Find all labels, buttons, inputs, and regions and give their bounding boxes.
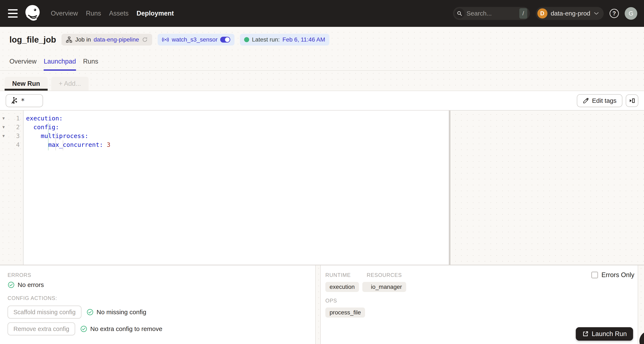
job-in-label: Job in — [75, 36, 91, 43]
editor-gutter: ▾1▾2▾34 — [0, 110, 24, 265]
expand-right-panel-icon — [629, 97, 636, 104]
launchpad-page: { "header": { "nav": ["Overview", "Runs"… — [0, 0, 644, 344]
pencil-icon — [583, 97, 589, 104]
primary-navigation: Overview Runs Assets Deployment — [51, 10, 174, 17]
errors-only-checkbox[interactable] — [591, 272, 598, 278]
config-schema-pane — [450, 110, 644, 265]
launch-icon — [582, 331, 589, 337]
indent-guide — [48, 123, 48, 150]
latest-run-pill: Latest run: Feb 6, 11:46 AM — [240, 34, 329, 45]
edit-tags-label: Edit tags — [592, 97, 616, 104]
no-missing-config-row: No missing config — [86, 309, 146, 316]
no-errors-text: No errors — [18, 281, 44, 288]
help-icon[interactable]: ? — [610, 9, 619, 18]
resource-tag[interactable]: io_manager — [367, 282, 406, 292]
launchpad-config-tabs: New Run + Add... — [0, 71, 644, 91]
job-graph-icon — [66, 36, 72, 43]
reload-icon[interactable] — [142, 36, 148, 43]
sensor-link[interactable]: watch_s3_sensor — [172, 36, 218, 43]
ops-label: OPS — [325, 298, 365, 304]
no-extra-config-row: No extra config to remove — [80, 325, 162, 333]
check-circle-icon — [86, 309, 94, 316]
no-errors-row: No errors — [8, 281, 44, 288]
line-number: 2 — [7, 124, 23, 131]
check-circle-icon — [80, 325, 87, 333]
editor-splitter[interactable] — [449, 110, 450, 265]
user-avatar[interactable]: G — [625, 7, 637, 20]
no-extra-config-text: No extra config to remove — [90, 325, 162, 333]
config-actions-label: CONFIG ACTIONS: — [8, 295, 57, 301]
pipeline-link[interactable]: data-eng-pipeline — [94, 36, 139, 43]
check-circle-icon — [8, 281, 15, 288]
op-graph-icon — [10, 97, 18, 105]
top-app-bar: Overview Runs Assets Deployment / D data… — [0, 0, 644, 27]
fold-arrow-icon[interactable]: ▾ — [0, 133, 7, 139]
remove-extra-config-button[interactable]: Remove extra config — [8, 323, 75, 336]
runtime-tag[interactable]: execution — [325, 282, 359, 292]
latest-run-label: Latest run: — [252, 36, 280, 43]
bottom-panel: ERRORS No errors CONFIG ACTIONS: Scaffol… — [0, 265, 644, 344]
nav-overview[interactable]: Overview — [51, 10, 78, 17]
scrollbar-track[interactable] — [638, 265, 644, 344]
chevron-down-icon — [594, 11, 599, 15]
op-tag[interactable]: process_file — [325, 308, 365, 318]
errors-section-label: ERRORS — [8, 272, 31, 278]
no-missing-config-text: No missing config — [96, 309, 146, 316]
code-line[interactable]: multiprocess: — [24, 131, 449, 140]
expand-panel-button[interactable] — [626, 94, 638, 107]
latest-run-link[interactable]: Feb 6, 11:46 AM — [282, 36, 325, 43]
sensor-pill: watch_s3_sensor — [158, 34, 234, 45]
code-line[interactable]: execution: — [24, 114, 449, 123]
indent-guide — [56, 131, 56, 150]
config-tab-add[interactable]: + Add... — [51, 77, 88, 91]
errors-only-label: Errors Only — [602, 271, 634, 279]
line-number: 4 — [7, 141, 23, 148]
fold-arrow-icon[interactable]: ▾ — [0, 116, 7, 121]
config-checks-panel: ERRORS No errors CONFIG ACTIONS: Scaffol… — [0, 265, 315, 344]
dagster-logo-icon[interactable] — [24, 4, 41, 22]
line-number: 1 — [7, 115, 23, 122]
run-status-dot — [244, 37, 249, 42]
run-preview-panel: RUNTIME executionloggers RESOURCES io_ma… — [321, 265, 638, 344]
op-selector-input[interactable]: * — [6, 94, 43, 107]
resources-label: RESOURCES — [367, 272, 406, 278]
config-tab-new-run[interactable]: New Run — [4, 77, 48, 91]
code-line[interactable]: max_concurrent: 3 — [24, 140, 449, 149]
sensor-toggle[interactable] — [220, 37, 230, 42]
edit-tags-button[interactable]: Edit tags — [577, 94, 622, 107]
line-number: 3 — [7, 132, 23, 139]
search-shortcut-badge: / — [519, 8, 527, 19]
search-input[interactable] — [464, 10, 519, 17]
fold-arrow-icon[interactable]: ▾ — [0, 124, 7, 130]
indent-guide — [63, 140, 63, 150]
search-icon — [454, 8, 464, 18]
launchpad-main: ▾1▾2▾34 execution:config:multiprocess:ma… — [0, 110, 644, 265]
nav-deployment[interactable]: Deployment — [137, 10, 174, 17]
launch-run-button[interactable]: Launch Run — [576, 327, 633, 341]
org-switcher[interactable]: D data-eng-prod — [536, 7, 604, 20]
launch-run-label: Launch Run — [592, 330, 627, 338]
global-search[interactable]: / — [453, 7, 530, 20]
tab-overview[interactable]: Overview — [10, 52, 36, 70]
tab-runs[interactable]: Runs — [83, 52, 98, 70]
launchpad-toolbar: * Edit tags — [0, 91, 644, 110]
job-tabs: Overview Launchpad Runs — [0, 52, 644, 71]
org-name: data-eng-prod — [551, 10, 590, 17]
sensor-icon — [162, 36, 169, 43]
op-selector-value: * — [21, 97, 25, 105]
bottom-splitter[interactable] — [315, 265, 321, 344]
nav-runs[interactable]: Runs — [86, 10, 101, 17]
job-location-pill: Job in data-eng-pipeline — [62, 34, 152, 45]
hamburger-menu-icon[interactable] — [8, 9, 18, 18]
config-editor[interactable]: ▾1▾2▾34 execution:config:multiprocess:ma… — [0, 110, 449, 265]
nav-assets[interactable]: Assets — [109, 10, 129, 17]
page-title: log_file_job — [10, 35, 56, 44]
scaffold-missing-config-button[interactable]: Scaffold missing config — [8, 306, 82, 319]
job-header: log_file_job Job in data-eng-pipeline wa… — [0, 27, 644, 52]
errors-only-control: Errors Only — [591, 271, 634, 279]
org-avatar: D — [537, 8, 548, 18]
editor-code-area[interactable]: execution:config:multiprocess:max_concur… — [24, 110, 449, 265]
tab-launchpad[interactable]: Launchpad — [44, 52, 76, 70]
code-line[interactable]: config: — [24, 123, 449, 131]
